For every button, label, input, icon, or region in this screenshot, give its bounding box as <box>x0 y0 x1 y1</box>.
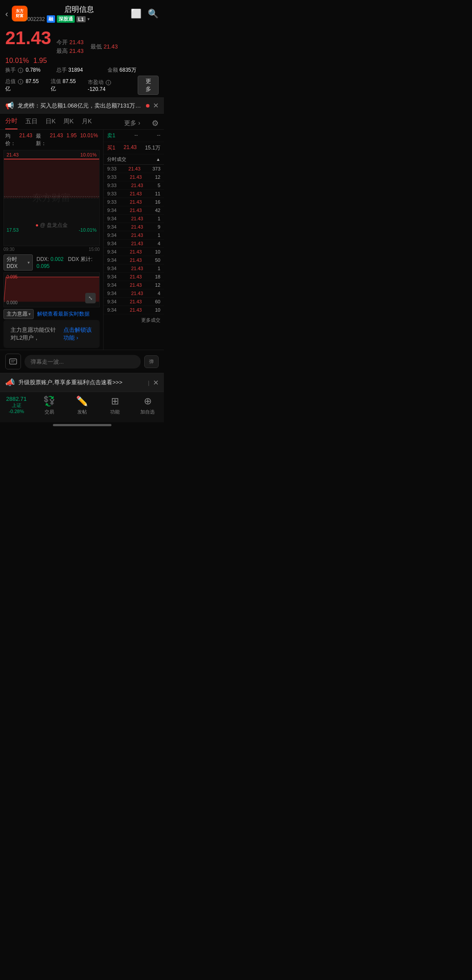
shanghai-pct: -0.28% <box>9 409 24 414</box>
sort-arrow-icon[interactable]: ▲ <box>156 157 160 162</box>
info-icon[interactable]: i <box>18 68 23 73</box>
table-row: 9:34 21.43 10 <box>104 306 164 314</box>
trade-time: 9:33 <box>107 166 116 171</box>
buy1-row: 买1 21.43 15.1万 <box>104 142 164 154</box>
nav-item-shanghai[interactable]: 2882.71 上证 -0.28% <box>0 396 33 415</box>
ddx-values: DDX: 0.002 DDX 累计: 0.095 <box>36 256 100 269</box>
table-row: 9:34 21.43 50 <box>104 256 164 264</box>
zhuli-chevron-icon: ▾ <box>28 312 31 316</box>
trade-time: 9:34 <box>107 233 116 238</box>
buy1-price: 21.43 <box>124 144 137 152</box>
ddx-chevron-icon: ▾ <box>28 260 30 265</box>
expand-icon[interactable]: ⤡ <box>85 293 96 303</box>
trade-time: 9:34 <box>107 257 116 263</box>
tab-ri-k[interactable]: 日K <box>45 118 56 129</box>
sell1-row: 卖1 -- -- <box>104 130 164 142</box>
nav-item-post[interactable]: ✏️ 发帖 <box>66 396 98 415</box>
stock-code: 002232 <box>28 16 45 22</box>
trade-time: 9:34 <box>107 282 116 288</box>
trade-vol: 12 <box>155 282 160 288</box>
table-row: 9:33 21.43 11 <box>104 190 164 198</box>
tab-wu-ri[interactable]: 五日 <box>25 118 38 129</box>
time-axis: 09:30 15:00 <box>0 246 103 253</box>
trade-time: 9:33 <box>107 191 116 196</box>
trade-time: 9:34 <box>107 241 116 246</box>
bullet-icon[interactable] <box>5 354 21 369</box>
ddx-chart: 0.095 0.000 ⤡ <box>3 272 100 307</box>
table-row: 9:34 21.43 4 <box>104 289 164 298</box>
trade-time: 9:33 <box>107 183 116 188</box>
ddx-high-label: 0.095 <box>7 275 17 279</box>
trade-time: 9:33 <box>107 199 116 205</box>
time-end: 15:00 <box>89 247 100 252</box>
tab-yue-k[interactable]: 月K <box>82 118 92 129</box>
info-icon3[interactable]: i <box>106 80 111 85</box>
trade-time: 9:33 <box>107 174 116 180</box>
nav-item-trade[interactable]: 💱 交易 <box>33 396 66 415</box>
settings-icon[interactable]: ⚙ <box>152 118 159 128</box>
unlock-link[interactable]: 解锁查看最新实时数据 <box>37 310 90 318</box>
trade-price: 21.43 <box>130 199 142 205</box>
trade-price: 21.43 <box>131 224 143 229</box>
search-icon[interactable]: 🔍 <box>148 8 159 19</box>
promo-close-button[interactable]: ✕ <box>153 379 159 387</box>
trade-price: 21.43 <box>131 291 143 296</box>
bullet-send-button[interactable]: 弹 <box>144 355 159 368</box>
pct-change: 10.01% <box>5 57 29 65</box>
zhuli-selector[interactable]: 主力意愿 ▾ <box>3 309 34 319</box>
tab-more[interactable]: 更多 › <box>124 119 140 127</box>
trade-price: 21.43 <box>130 257 142 263</box>
table-row: 9:33 21.43 16 <box>104 198 164 206</box>
buy1-label: 买1 <box>107 144 115 152</box>
share-icon[interactable]: ⬜ <box>131 8 142 19</box>
nav-item-function[interactable]: ⊞ 功能 <box>98 396 131 415</box>
price-main: 21.43 今开 21.43 最高 21.43 最低 21.43 <box>5 29 159 55</box>
trade-vol: 1 <box>158 233 160 238</box>
total-shares-row: 总手 31894 <box>56 66 108 74</box>
table-row: 9:34 21.43 1 <box>104 231 164 240</box>
nav-item-add-watchlist[interactable]: ⊕ 加自选 <box>131 396 164 415</box>
alert-text: 龙虎榜：买入总额1.068亿元，卖出总额7131万元... <box>17 102 142 110</box>
badge-l1: L1 <box>76 16 86 22</box>
turnover-row: 换手 i 0.78% <box>5 66 56 74</box>
trade-icon: 💱 <box>43 396 55 407</box>
high-val: 21.43 <box>69 48 84 54</box>
pe-val: -120.74 <box>88 86 106 92</box>
alert-close-icon[interactable]: ✕ <box>153 101 159 110</box>
tab-fen-shi[interactable]: 分时 <box>5 117 17 129</box>
chart-left: 均价： 21.43 最新： 21.43 1.95 10.01% 21.43 10… <box>0 130 103 350</box>
trade-price: 21.43 <box>130 174 142 180</box>
trade-price: 21.43 <box>130 282 142 288</box>
chevron-down-icon[interactable]: ▾ <box>87 17 90 21</box>
info-icon2[interactable]: i <box>18 79 23 84</box>
open-row: 今开 21.43 <box>56 38 83 46</box>
table-row: 9:33 21.43 373 <box>104 165 164 173</box>
table-row: 9:34 21.43 4 <box>104 240 164 248</box>
ddx-selector[interactable]: 分时 DDX ▾ <box>3 254 33 271</box>
promo-text: 升级股票账户,尊享多重福利!点击速看>>> <box>18 379 145 386</box>
back-button[interactable]: ‹ <box>5 9 8 19</box>
trade-vol: 4 <box>158 291 160 296</box>
open-val: 21.43 <box>69 39 84 45</box>
bullet-input[interactable] <box>24 355 141 368</box>
trade-vol: 4 <box>158 241 160 246</box>
abs-change: 1.95 <box>33 57 47 65</box>
more-trades-button[interactable]: 更多成交 <box>104 314 164 326</box>
promo-speaker-icon: 📣 <box>5 378 15 387</box>
more-button[interactable]: 更多 <box>138 76 159 95</box>
table-row: 9:34 21.43 10 <box>104 248 164 256</box>
unlock-btn[interactable]: 点击解锁该功能 › <box>63 326 93 342</box>
avg-label: 均价： <box>5 132 16 147</box>
trade-vol: 373 <box>153 166 160 171</box>
table-row: 9:34 21.43 9 <box>104 223 164 231</box>
price-low-label: 17.53 <box>7 227 19 233</box>
latest-value: 21.43 <box>50 132 63 147</box>
table-row: 9:34 21.43 60 <box>104 298 164 306</box>
post-icon: ✏️ <box>76 396 88 407</box>
table-row: 9:34 21.43 1 <box>104 215 164 223</box>
tab-zhou-k[interactable]: 周K <box>63 118 73 129</box>
bottom-input-bar: 弹 <box>0 350 164 373</box>
chart-tabs: 分时 五日 日K 周K 月K 更多 › ⚙ <box>0 114 164 130</box>
price-chart: 21.43 10.01% 东方财富 ● @ 盘龙点金 17.53 -10.01% <box>3 150 100 246</box>
trade-time: 9:34 <box>107 249 116 254</box>
